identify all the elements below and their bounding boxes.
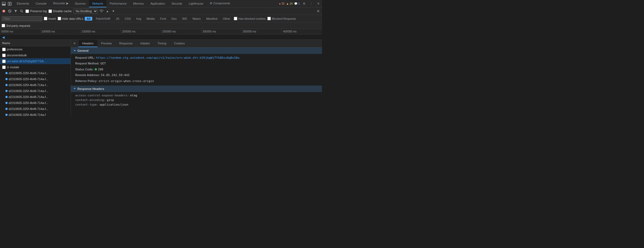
- settings-icon[interactable]: ⚙: [301, 1, 307, 6]
- timeline-label-3: 200000 ms: [121, 29, 161, 34]
- response-header-row-2: content-type: application/json: [71, 102, 322, 107]
- response-key-2: content-type:: [75, 103, 98, 106]
- preserve-log-label[interactable]: Preserve log: [25, 9, 47, 13]
- filter-manifest-btn[interactable]: Manifest: [204, 17, 219, 21]
- invert-label[interactable]: Invert: [44, 17, 56, 20]
- response-headers-title: Response Headers: [77, 87, 104, 90]
- disable-cache-label[interactable]: Disable cache: [48, 9, 72, 13]
- search-icon[interactable]: [19, 9, 24, 13]
- file-item-d1[interactable]: d2310605-325f-4b48-714a-f...: [0, 70, 71, 76]
- file-item-d8[interactable]: d2310605-325f-4b48-714a-f: [0, 112, 71, 116]
- filter-input[interactable]: [2, 16, 42, 21]
- tab-elements[interactable]: Elements: [14, 0, 32, 7]
- remote-address-row: Remote Address: 54.85.242.59:443: [71, 72, 322, 78]
- tab-network[interactable]: Network: [89, 0, 106, 7]
- filter-font-btn[interactable]: Font: [158, 17, 168, 21]
- timeline-label-7: 400000 ms: [282, 29, 322, 34]
- tab-preview[interactable]: Preview: [97, 40, 116, 47]
- tab-headers[interactable]: Headers: [78, 40, 97, 47]
- main-area: Name preferences documentsbulk urn:adsk.…: [0, 40, 322, 116]
- status-code-val: 200: [95, 67, 103, 71]
- filter-all-btn[interactable]: All: [85, 17, 92, 21]
- timeline-label-6: 350000 ms: [242, 29, 282, 34]
- file-item-documentsbulk[interactable]: documentsbulk: [0, 52, 71, 58]
- messages-badge[interactable]: 💬 1: [294, 2, 300, 5]
- file-item-d2[interactable]: d2310605-325f-4b48-714a-f...: [0, 76, 71, 82]
- general-section-header[interactable]: General: [71, 47, 322, 54]
- more-icon[interactable]: ⋮: [308, 1, 314, 6]
- tab-sources[interactable]: Sources: [72, 0, 89, 7]
- tab-performance[interactable]: Performance: [106, 0, 130, 7]
- tab-bar-right: ● 30 ▲ 14 💬 1 ⚙ ⋮ ✕: [279, 1, 321, 6]
- hide-data-label[interactable]: Hide data URLs: [58, 17, 83, 20]
- file-checkbox-documentsbulk[interactable]: [2, 54, 6, 57]
- file-item-d7[interactable]: d2310605-325f-4b48-714a-f...: [0, 106, 71, 112]
- file-list-header: Name: [0, 40, 71, 46]
- third-party-label[interactable]: 3rd-party requests: [2, 24, 30, 27]
- filter-fetch-btn[interactable]: Fetch/XHR: [94, 17, 112, 21]
- filter-js-btn[interactable]: JS: [114, 17, 121, 21]
- file-item-d3[interactable]: d2310605-325f-4b48-714a-f...: [0, 82, 71, 88]
- tab-components[interactable]: ⚙ Components: [206, 0, 233, 7]
- file-dot-d5: [5, 96, 8, 98]
- warnings-badge[interactable]: ▲ 14: [286, 2, 293, 5]
- filter-img-btn[interactable]: Img: [134, 17, 143, 21]
- tab-recorder[interactable]: Recorder ▶: [50, 0, 71, 7]
- tab-timing[interactable]: Timing: [154, 40, 170, 47]
- upload-icon[interactable]: ▲: [105, 9, 110, 13]
- file-checkbox-preferences[interactable]: [2, 48, 6, 51]
- tab-response[interactable]: Response: [116, 40, 137, 47]
- throttle-select[interactable]: No throttling: [73, 9, 98, 14]
- file-item-mutate[interactable]: ⊙ mutate: [0, 64, 71, 70]
- file-checkbox-mutate[interactable]: [2, 66, 6, 69]
- disable-cache-checkbox[interactable]: [48, 9, 52, 13]
- file-item-urn[interactable]: urn:adsk.dtt:b3VjbgWjTYSA...: [0, 58, 71, 64]
- filter-ws-btn[interactable]: WS: [180, 17, 189, 21]
- clear-button[interactable]: [8, 9, 12, 13]
- response-headers-section-header[interactable]: Response Headers: [71, 86, 322, 92]
- filter-wasm-btn[interactable]: Wasm: [190, 17, 203, 21]
- filter-media-btn[interactable]: Media: [145, 17, 157, 21]
- dock-icon[interactable]: [1, 1, 6, 6]
- has-blocked-checkbox[interactable]: [234, 17, 237, 20]
- filter-other-btn[interactable]: Other: [221, 17, 232, 21]
- main-tabs: Elements Console Recorder ▶ Sources Netw…: [14, 0, 279, 7]
- file-dot-d7: [5, 108, 8, 110]
- issues-badge[interactable]: ● 30: [279, 2, 284, 5]
- filter-icon[interactable]: [14, 9, 18, 13]
- tab-memory[interactable]: Memory: [130, 0, 147, 7]
- close-detail-btn[interactable]: ✕: [71, 40, 78, 47]
- file-dot-d6: [5, 102, 8, 104]
- filter-doc-btn[interactable]: Doc: [170, 17, 179, 21]
- preserve-log-checkbox[interactable]: [25, 9, 29, 13]
- wifi-icon[interactable]: [99, 9, 104, 13]
- filter-css-btn[interactable]: CSS: [123, 17, 133, 21]
- blocked-req-checkbox[interactable]: [267, 17, 271, 20]
- response-key-1: content-encoding:: [75, 98, 106, 102]
- third-party-checkbox[interactable]: [2, 24, 5, 27]
- response-header-row-0: access-control-expose-headers: etag: [71, 93, 322, 98]
- close-icon[interactable]: ✕: [316, 1, 321, 6]
- panel-icon[interactable]: [7, 1, 12, 6]
- tab-lighthouse[interactable]: Lighthouse: [186, 0, 207, 7]
- remote-address-key: Remote Address:: [75, 73, 100, 77]
- invert-checkbox[interactable]: [44, 17, 47, 20]
- has-blocked-label[interactable]: Has blocked cookies: [234, 17, 266, 20]
- tab-application[interactable]: Application: [147, 0, 168, 7]
- tab-cookies[interactable]: Cookies: [170, 40, 189, 47]
- file-item-d6[interactable]: d2310605-325f-4b48-714a-f...: [0, 100, 71, 106]
- issues-icon: ●: [279, 2, 281, 5]
- file-item-d5[interactable]: d2310605-325f-4b48-714a-f...: [0, 94, 71, 100]
- tab-initiator[interactable]: Initiator: [136, 40, 154, 47]
- download-icon[interactable]: ▼: [111, 9, 116, 13]
- record-button[interactable]: [2, 9, 6, 13]
- file-item-preferences[interactable]: preferences: [0, 46, 71, 52]
- hide-data-checkbox[interactable]: [58, 17, 61, 20]
- tab-console[interactable]: Console: [32, 0, 50, 7]
- blocked-req-label[interactable]: Blocked Requests: [267, 17, 296, 20]
- svg-line-6: [9, 10, 11, 12]
- tab-security[interactable]: Security: [168, 0, 186, 7]
- network-settings-icon[interactable]: ⚙: [316, 9, 320, 13]
- file-checkbox-urn[interactable]: [2, 60, 6, 63]
- file-item-d4[interactable]: d2310605-325f-4b48-714a-f...: [0, 88, 71, 94]
